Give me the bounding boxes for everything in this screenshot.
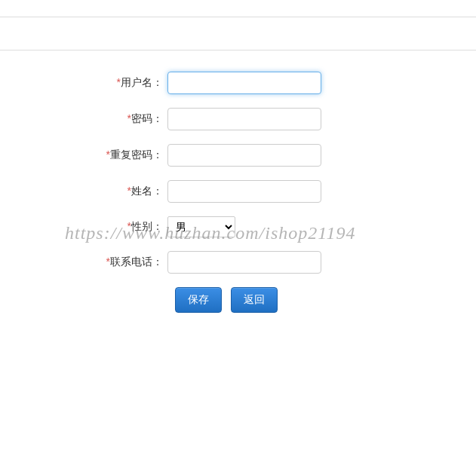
- repeat-password-input[interactable]: [167, 144, 321, 167]
- row-name: *姓名：: [0, 180, 476, 203]
- row-password: *密码：: [0, 108, 476, 130]
- button-row: 保存 返回: [0, 287, 476, 313]
- input-cell-password: [167, 108, 476, 130]
- label-gender: *性别：: [0, 220, 167, 234]
- row-gender: *性别： 男: [0, 216, 476, 237]
- label-phone-text: 联系电话：: [110, 256, 163, 268]
- sub-header-strip: [0, 17, 476, 50]
- label-username: *用户名：: [0, 76, 167, 90]
- save-button[interactable]: 保存: [175, 287, 222, 313]
- input-cell-repeat-password: [167, 144, 476, 167]
- label-name: *姓名：: [0, 185, 167, 198]
- name-input[interactable]: [167, 180, 321, 203]
- label-name-text: 姓名：: [131, 185, 163, 197]
- username-input[interactable]: [167, 72, 321, 94]
- input-cell-name: [167, 180, 476, 203]
- input-cell-gender: 男: [167, 216, 476, 237]
- label-username-text: 用户名：: [121, 76, 163, 88]
- label-gender-text: 性别：: [131, 220, 163, 232]
- input-cell-username: [167, 72, 476, 94]
- password-input[interactable]: [167, 108, 321, 130]
- label-password: *密码：: [0, 112, 167, 126]
- row-username: *用户名：: [0, 72, 476, 94]
- label-repeat-password-text: 重复密码：: [110, 148, 163, 161]
- form-container: *用户名： *密码： *重复密码： *姓名： *性别：: [0, 50, 476, 313]
- row-repeat-password: *重复密码：: [0, 144, 476, 167]
- row-phone: *联系电话：: [0, 251, 476, 274]
- label-repeat-password: *重复密码：: [0, 148, 167, 162]
- label-password-text: 密码：: [131, 112, 163, 124]
- gender-select[interactable]: 男: [167, 216, 235, 237]
- phone-input[interactable]: [167, 251, 321, 274]
- input-cell-phone: [167, 251, 476, 274]
- label-phone: *联系电话：: [0, 256, 167, 269]
- header-strip: [0, 0, 476, 17]
- back-button[interactable]: 返回: [231, 287, 278, 313]
